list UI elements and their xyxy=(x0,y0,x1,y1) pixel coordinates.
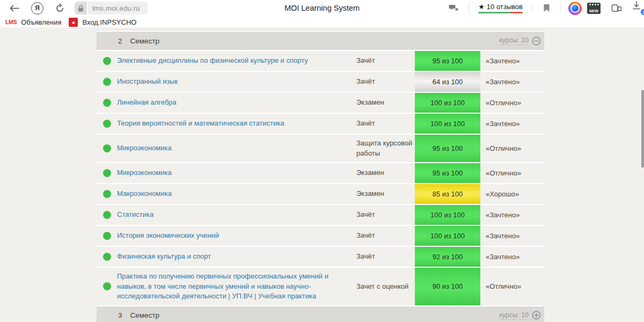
status-dot-icon xyxy=(103,282,111,290)
star-icon: ★ xyxy=(478,3,485,11)
semester-2-header[interactable]: 2 Семестр курсы: 10 xyxy=(97,32,544,50)
inpsycho-favicon: ▲ xyxy=(69,18,78,27)
grade-text: «Зачтено» xyxy=(486,211,519,219)
back-button[interactable] xyxy=(8,5,20,12)
browser-toolbar: Я lms.moi.edu.ru MOI Learning System ★10… xyxy=(0,0,644,16)
course-row: МикроэкономикаЭкзамен95 из 100«Отлично» xyxy=(97,163,544,183)
score-badge: 95 из 100 xyxy=(415,51,480,71)
assessment-type: Экзамен xyxy=(356,98,384,108)
assessment-type: Зачёт xyxy=(356,252,375,262)
semester-3-header[interactable]: 3 Семестр курсы: 10 xyxy=(97,306,544,322)
grade-text: «Отлично» xyxy=(486,169,521,177)
score-badge: 100 из 100 xyxy=(415,93,480,113)
assessment-type: Зачёт xyxy=(356,119,375,129)
collections-icon[interactable] xyxy=(610,1,624,15)
course-row: МикроэкономикаЗащита курсовой работы95 и… xyxy=(97,135,544,162)
course-row: Линейная алгебраЭкзамен100 из 100«Отличн… xyxy=(97,93,544,113)
browser-chrome: Я lms.moi.edu.ru MOI Learning System ★10… xyxy=(0,0,644,29)
course-row: Теория вероятностей и математическая ста… xyxy=(97,114,544,134)
bookmarks-bar: LMS Объявления ▲ Вход.INPSYCHO xyxy=(0,16,644,28)
course-link[interactable]: Иностранный язык xyxy=(117,77,178,87)
scrollbar-thumb[interactable] xyxy=(641,90,644,167)
courses-count-link[interactable]: курсы: 10 xyxy=(499,36,529,45)
status-dot-icon xyxy=(103,169,111,177)
feedback-icon[interactable] xyxy=(447,1,460,15)
score-badge: 100 из 100 xyxy=(415,226,480,246)
grade-text: «Отлично» xyxy=(486,282,521,290)
expand-icon[interactable] xyxy=(532,311,541,320)
courses-count-link[interactable]: курсы: 10 xyxy=(499,311,529,320)
course-row: МакроэкономикаЭкзамен85 из 100«Хорошо» xyxy=(97,184,544,204)
score-badge: 64 из 100 xyxy=(415,72,480,92)
course-row: СтатистикаЗачёт100 из 100«Зачтено» xyxy=(97,205,544,225)
course-link[interactable]: Микроэкономика xyxy=(117,143,172,153)
status-dot-icon xyxy=(103,253,111,261)
course-link[interactable]: История экономических учений xyxy=(117,231,219,241)
yandex-logo-button[interactable]: Я xyxy=(31,2,43,14)
score-badge: 92 из 100 xyxy=(415,247,480,267)
assessment-type: Экзамен xyxy=(356,168,384,178)
assessment-type: Защита курсовой работы xyxy=(356,138,415,158)
status-dot-icon xyxy=(103,211,111,219)
address-bar[interactable]: lms.moi.edu.ru xyxy=(75,2,148,14)
course-link[interactable]: Линейная алгебра xyxy=(117,98,177,108)
assessment-type: Экзамен xyxy=(356,189,384,199)
grades-table: 2 Семестр курсы: 10 Элективные дисциплин… xyxy=(97,29,544,322)
alice-assistant-icon[interactable] xyxy=(568,1,582,15)
semester-number: 2 xyxy=(118,37,122,45)
grade-text: «Зачтено» xyxy=(486,232,519,240)
refresh-button[interactable] xyxy=(53,4,66,13)
downloads-button[interactable]: 2 xyxy=(632,1,644,15)
url-text: lms.moi.edu.ru xyxy=(92,4,140,12)
assessment-type: Зачёт xyxy=(356,56,375,66)
grade-text: «Хорошо» xyxy=(486,190,519,198)
semester-title: Семестр xyxy=(130,37,160,45)
assessment-type: Зачёт xyxy=(356,210,375,220)
grade-text: «Зачтено» xyxy=(486,78,519,86)
collapse-icon[interactable] xyxy=(532,36,541,46)
grade-text: «Зачтено» xyxy=(486,253,519,261)
bookmark-icon[interactable] xyxy=(539,1,553,15)
course-link[interactable]: Теория вероятностей и математическая ста… xyxy=(117,119,284,129)
bookmark-label: Вход.INPSYCHO xyxy=(82,18,136,26)
new-extension-icon[interactable]: NEW xyxy=(587,3,601,14)
reviews-label: 10 отзывов xyxy=(487,3,523,11)
course-link[interactable]: Микроэкономика xyxy=(117,168,172,178)
grade-text: «Отлично» xyxy=(486,99,521,107)
assessment-type: Зачёт xyxy=(356,231,375,241)
bookmark-item-lms[interactable]: LMS Объявления xyxy=(5,18,61,26)
status-dot-icon xyxy=(103,190,111,198)
course-row: Иностранный языкЗачёт64 из 100«Зачтено» xyxy=(97,72,544,92)
course-row: История экономических ученийЗачёт100 из … xyxy=(97,226,544,246)
course-link[interactable]: Статистика xyxy=(117,210,153,220)
lms-page: 2 Семестр курсы: 10 Элективные дисциплин… xyxy=(0,29,644,322)
course-link[interactable]: Макроэкономика xyxy=(117,189,172,199)
bookmark-item-inpsycho[interactable]: ▲ Вход.INPSYCHO xyxy=(69,18,136,27)
grade-text: «Отлично» xyxy=(486,144,521,152)
lock-icon xyxy=(78,5,84,12)
site-security-button[interactable] xyxy=(75,2,87,14)
status-dot-icon xyxy=(103,120,111,128)
course-link[interactable]: Практика по получению первичных професси… xyxy=(117,272,332,302)
course-row: Элективные дисциплины по физической куль… xyxy=(97,51,544,71)
grade-text: «Зачтено» xyxy=(486,120,519,128)
status-dot-icon xyxy=(103,78,111,86)
lms-favicon: LMS xyxy=(5,19,17,25)
status-dot-icon xyxy=(103,232,111,240)
score-badge: 100 из 100 xyxy=(415,114,480,134)
downloads-count-badge: 2 xyxy=(640,9,644,16)
course-row: Физическая культура и спортЗачёт92 из 10… xyxy=(97,247,544,267)
bookmark-label: Объявления xyxy=(21,18,61,26)
reviews-rating-bar xyxy=(478,12,523,13)
status-dot-icon xyxy=(103,144,111,152)
yandex-letter: Я xyxy=(35,4,40,12)
assessment-type: Зачёт xyxy=(356,77,375,87)
grade-text: «Зачтено» xyxy=(486,57,519,65)
semester-title: Семестр xyxy=(130,311,160,319)
course-link[interactable]: Элективные дисциплины по физической куль… xyxy=(117,56,308,66)
score-badge: 95 из 100 xyxy=(415,163,480,183)
site-reviews-button[interactable]: ★10 отзывов xyxy=(478,3,523,13)
assessment-type: Зачет с оценкой xyxy=(356,282,408,292)
score-badge: 85 из 100 xyxy=(415,184,480,204)
course-link[interactable]: Физическая культура и спорт xyxy=(117,252,211,262)
